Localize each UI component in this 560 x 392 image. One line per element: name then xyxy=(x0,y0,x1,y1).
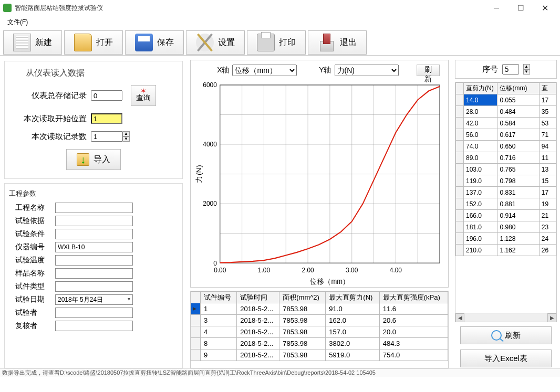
svg-text:0: 0 xyxy=(213,259,217,267)
table-row[interactable]: 196.01.12824 xyxy=(456,233,556,245)
table-row[interactable]: 42018-5-2...7853.98157.020.0 xyxy=(191,326,448,338)
table-row[interactable]: 119.00.79815 xyxy=(456,175,556,187)
table-row[interactable]: 74.00.65094 xyxy=(456,141,556,152)
start-pos-input[interactable] xyxy=(91,113,122,124)
print-button[interactable]: 打印 xyxy=(247,30,306,55)
spinner-down-icon[interactable]: ▼ xyxy=(122,136,130,142)
project-name-field[interactable] xyxy=(55,203,133,213)
specimen-type-field[interactable] xyxy=(55,281,133,292)
chart-box: X轴 位移（mm） Y轴 力(N) 刷新 0.001.002.003.004.0… xyxy=(190,60,449,288)
results-table[interactable]: 试件编号 试验时间 面积(mm^2) 最大直剪力(N) 最大直剪强度(kPa) … xyxy=(191,291,448,361)
statusbar: 数据导出完成，请查看D:\scode\路盛\20180507拉拔直剪扭转\LSZ… xyxy=(0,368,560,377)
open-button[interactable]: 打开 xyxy=(64,30,123,55)
table-row[interactable]: 42.00.58453 xyxy=(456,118,556,129)
svg-text:4000: 4000 xyxy=(203,141,217,149)
menu-file[interactable]: 文件(F) xyxy=(4,17,31,28)
table-row[interactable]: 181.00.98023 xyxy=(456,221,556,233)
table-row[interactable]: 166.00.91421 xyxy=(456,210,556,221)
x-axis-select[interactable]: 位移（mm） xyxy=(232,65,296,76)
table-row[interactable]: 210.01.16226 xyxy=(456,245,556,256)
titlebar: 智能路面层粘结强度拉拔试验仪 ─ ☐ ✕ xyxy=(0,0,560,16)
table-row[interactable]: 28.00.48435 xyxy=(456,106,556,118)
table-row[interactable]: 152.00.88119 xyxy=(456,198,556,210)
test-condition-field[interactable] xyxy=(55,229,133,239)
exit-button[interactable]: 退出 xyxy=(308,30,367,55)
app-icon xyxy=(3,4,12,12)
sample-name-field[interactable] xyxy=(55,268,133,279)
toolbar: 新建 打开 保存 设置 打印 退出 xyxy=(0,28,560,56)
table-row[interactable]: 103.00.76513 xyxy=(456,164,556,175)
tester-field[interactable] xyxy=(55,308,133,318)
start-pos-label: 本次读取开始位置 xyxy=(24,114,87,124)
table-row[interactable]: 92018-5-2...7853.985919.0754.0 xyxy=(191,349,448,361)
y-axis-select[interactable]: 力(N) xyxy=(335,65,399,76)
spinner-up-icon[interactable]: ▲ xyxy=(122,131,130,136)
table-row[interactable]: 12018-5-2...7853.9891.011.6 xyxy=(191,303,448,315)
magnify-icon xyxy=(491,330,502,341)
svg-text:2.00: 2.00 xyxy=(302,266,314,274)
maximize-button[interactable]: ☐ xyxy=(509,0,533,16)
read-panel: 从仪表读入数据 仪表总存储记录 ✶查询 本次读取开始位置 本次读取记录数 ▲▼ … xyxy=(4,61,183,179)
total-records-label: 仪表总存储记录 xyxy=(24,91,87,101)
seq-up-icon[interactable]: ▲ xyxy=(523,64,530,69)
right-refresh-button[interactable]: 刷新 xyxy=(460,326,552,344)
results-table-box: 试件编号 试验时间 面积(mm^2) 最大直剪力(N) 最大直剪强度(kPa) … xyxy=(190,291,449,368)
export-excel-button[interactable]: 导入Excel表 xyxy=(460,349,552,367)
table-row[interactable]: 56.00.61771 xyxy=(456,129,556,141)
center-pane: X轴 位移（mm） Y轴 力(N) 刷新 0.001.002.003.004.0… xyxy=(187,56,452,368)
instrument-no-field[interactable]: WXLB-10 xyxy=(55,242,133,252)
table-row[interactable]: 137.00.83117 xyxy=(456,187,556,198)
x-axis-label: X轴 xyxy=(213,66,229,75)
svg-text:位移（mm）: 位移（mm） xyxy=(310,277,349,285)
read-count-input[interactable] xyxy=(91,131,122,142)
table-row[interactable]: 82018-5-2...7853.983802.0484.3 xyxy=(191,338,448,349)
import-icon xyxy=(77,153,89,166)
table-row[interactable]: 32018-5-2...7853.98162.020.6 xyxy=(191,315,448,326)
chart-refresh-button[interactable]: 刷新 xyxy=(417,65,440,76)
save-icon xyxy=(135,34,153,51)
svg-text:1.00: 1.00 xyxy=(258,266,270,274)
exit-icon xyxy=(318,34,336,51)
sequence-input[interactable] xyxy=(502,64,519,75)
data-grid: 直剪力(N) 位移(mm) 直 14.00.0551728.00.4843542… xyxy=(455,82,557,322)
chart-canvas: 0.001.002.003.004.000200040006000位移（mm）力… xyxy=(194,79,445,286)
svg-text:力(N): 力(N) xyxy=(195,165,203,183)
read-count-label: 本次读取记录数 xyxy=(24,132,87,142)
data-table[interactable]: 直剪力(N) 位移(mm) 直 14.00.0551728.00.4843542… xyxy=(455,82,556,256)
sequence-row: 序号 ▲▼ xyxy=(455,60,557,79)
import-button[interactable]: 导入 xyxy=(66,149,121,170)
new-icon xyxy=(13,34,31,51)
query-button[interactable]: ✶查询 xyxy=(131,85,156,106)
table-row[interactable]: 89.00.71611 xyxy=(456,152,556,164)
right-pane: 序号 ▲▼ 直剪力(N) 位移(mm) 直 14.00.0551728.00.4… xyxy=(452,56,560,368)
read-count-spinner[interactable]: ▲▼ xyxy=(91,131,130,142)
svg-text:3.00: 3.00 xyxy=(346,266,358,274)
svg-text:4.00: 4.00 xyxy=(390,266,402,274)
sequence-label: 序号 xyxy=(482,65,498,75)
svg-text:2000: 2000 xyxy=(203,200,217,208)
table-row[interactable]: 14.00.05517 xyxy=(456,94,556,106)
test-date-picker[interactable]: 2018年 5月24日 xyxy=(55,294,133,305)
minimize-button[interactable]: ─ xyxy=(484,0,509,16)
total-records-input[interactable] xyxy=(91,90,122,101)
star-icon: ✶ xyxy=(140,88,147,93)
y-axis-label: Y轴 xyxy=(315,66,331,75)
close-button[interactable]: ✕ xyxy=(533,0,557,16)
horizontal-scrollbar[interactable]: ◀▶ xyxy=(455,313,556,322)
project-group-title: 工程参数 xyxy=(9,189,178,198)
menubar: 文件(F) xyxy=(0,16,560,28)
settings-button[interactable]: 设置 xyxy=(186,30,245,55)
test-basis-field[interactable] xyxy=(55,216,133,226)
project-panel: 工程参数 工程名称 试验依据 试验条件 仪器编号WXLB-10 试验温度 样品名… xyxy=(4,183,183,368)
save-button[interactable]: 保存 xyxy=(125,30,184,55)
read-panel-title: 从仪表读入数据 xyxy=(10,68,177,79)
open-icon xyxy=(74,34,92,51)
seq-down-icon[interactable]: ▼ xyxy=(523,69,530,75)
print-icon xyxy=(257,34,275,51)
test-temp-field[interactable] xyxy=(55,255,133,266)
new-button[interactable]: 新建 xyxy=(3,30,62,55)
reviewer-field[interactable] xyxy=(55,321,133,331)
window-title: 智能路面层粘结强度拉拔试验仪 xyxy=(15,4,103,13)
svg-text:0.00: 0.00 xyxy=(214,266,226,274)
left-pane: 从仪表读入数据 仪表总存储记录 ✶查询 本次读取开始位置 本次读取记录数 ▲▼ … xyxy=(0,56,187,368)
